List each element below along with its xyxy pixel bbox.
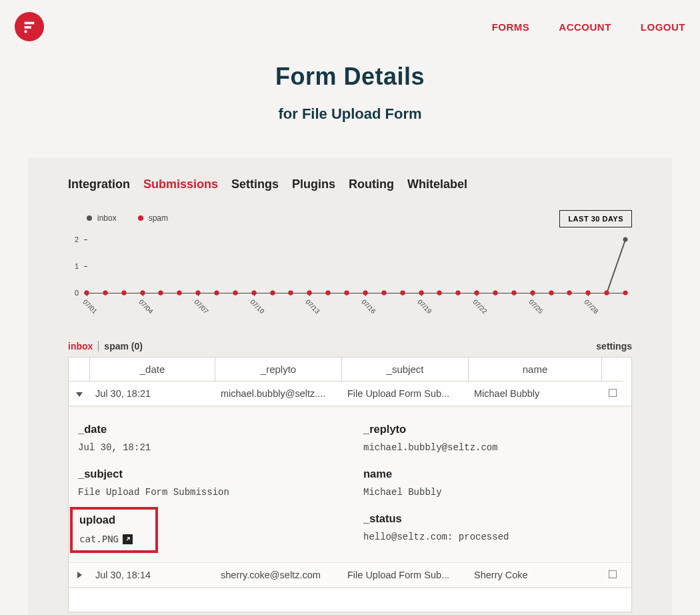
- data-point: [233, 291, 237, 295]
- data-point: [530, 291, 535, 295]
- cell-date: Jul 30, 18:14: [90, 563, 215, 587]
- subtab-inbox[interactable]: inbox: [68, 341, 93, 352]
- row-detail: _date Jul 30, 18:21 _replyto michael.bub…: [69, 406, 631, 563]
- col-select: [602, 358, 623, 382]
- x-tick-label: 07/04: [137, 298, 154, 315]
- data-point: [567, 291, 572, 295]
- tab-plugins[interactable]: Plugins: [292, 177, 335, 191]
- divider: [98, 341, 99, 352]
- cell-subject: File Upload Form Sub...: [342, 563, 469, 587]
- data-point: [475, 291, 479, 295]
- legend-spam: spam: [138, 213, 168, 223]
- data-point: [85, 291, 89, 295]
- chevron-down-icon[interactable]: [76, 392, 83, 397]
- col-date[interactable]: _date: [90, 358, 215, 382]
- tab-settings[interactable]: Settings: [231, 177, 279, 191]
- data-point: [326, 291, 331, 295]
- data-point: [549, 291, 553, 295]
- page-subtitle: for File Upload Form: [0, 105, 700, 123]
- external-link-icon: [123, 534, 133, 544]
- x-tick-label: 07/07: [193, 298, 209, 315]
- detail-upload-label: upload: [79, 514, 149, 526]
- nav-logout[interactable]: LOGOUT: [641, 21, 685, 33]
- data-point: [511, 291, 516, 295]
- table-row[interactable]: Jul 30, 18:14 sherry.coke@seltz.com File…: [69, 563, 631, 588]
- x-tick-label: 07/19: [416, 298, 433, 315]
- date-range-button[interactable]: LAST 30 DAYS: [559, 210, 632, 227]
- detail-subject-value: File Upload Form Submission: [78, 487, 337, 498]
- data-point: [121, 291, 126, 295]
- subtab-spam[interactable]: spam (0): [104, 341, 143, 352]
- detail-subject-label: _subject: [78, 468, 337, 480]
- cell-date: Jul 30, 18:21: [90, 382, 215, 406]
- row-checkbox[interactable]: [609, 570, 617, 578]
- svg-rect-2: [25, 31, 27, 33]
- cell-name: Michael Bubbly: [469, 382, 602, 406]
- nav-account[interactable]: ACCOUNT: [559, 21, 611, 33]
- tab-submissions[interactable]: Submissions: [143, 177, 218, 191]
- tab-routing[interactable]: Routing: [349, 177, 394, 191]
- data-point: [456, 291, 461, 295]
- upload-file-link[interactable]: cat.PNG: [79, 534, 133, 544]
- data-point: [381, 291, 386, 295]
- y-tick-label: 0: [75, 289, 79, 297]
- cell-subject: File Upload Form Sub...: [342, 382, 469, 406]
- submissions-table: _date _replyto _subject name Jul 30, 18:…: [68, 357, 632, 612]
- data-point: [251, 291, 256, 295]
- data-point: [437, 291, 442, 295]
- x-tick-label: 07/22: [471, 298, 488, 315]
- y-tick-label: 2: [75, 235, 79, 243]
- svg-rect-0: [25, 22, 35, 25]
- cell-replyto: michael.bubbly@seltz....: [215, 382, 342, 406]
- chevron-right-icon[interactable]: [77, 572, 82, 578]
- data-point: [623, 291, 628, 295]
- data-point: [103, 291, 107, 295]
- detail-replyto-label: _replyto: [363, 423, 622, 436]
- data-point: [586, 291, 591, 295]
- data-point: [159, 291, 163, 295]
- x-tick-label: 07/01: [81, 298, 98, 315]
- data-point: [215, 291, 219, 295]
- table-row[interactable]: Jul 30, 18:21 michael.bubbly@seltz.... F…: [69, 382, 631, 406]
- col-name[interactable]: name: [469, 358, 602, 382]
- svg-rect-1: [25, 26, 31, 29]
- data-point: [363, 291, 367, 295]
- detail-status-label: _status: [363, 512, 622, 525]
- detail-name-label: name: [363, 468, 622, 480]
- upload-highlight: upload cat.PNG: [70, 507, 158, 553]
- detail-date-value: Jul 30, 18:21: [78, 442, 337, 453]
- submissions-chart: inbox spam LAST 30 DAYS 01207/0107/0407/…: [68, 210, 632, 324]
- legend-inbox: inbox: [87, 213, 117, 223]
- tab-whitelabel[interactable]: Whitelabel: [407, 177, 467, 191]
- data-point: [307, 291, 312, 295]
- data-point: [493, 291, 497, 295]
- submissions-settings-link[interactable]: settings: [596, 341, 632, 352]
- data-point: [270, 291, 275, 295]
- logo[interactable]: [15, 12, 44, 41]
- x-tick-label: 07/16: [360, 298, 377, 315]
- x-tick-label: 07/10: [249, 298, 265, 315]
- x-tick-label: 07/25: [527, 298, 544, 315]
- detail-name-value: Michael Bubbly: [363, 487, 622, 498]
- tab-integration[interactable]: Integration: [68, 177, 130, 191]
- data-point: [400, 291, 405, 295]
- data-point: [605, 291, 609, 295]
- cell-replyto: sherry.coke@seltz.com: [215, 563, 342, 587]
- data-point: [140, 291, 145, 295]
- data-point: [177, 291, 182, 295]
- x-tick-label: 07/28: [583, 298, 599, 315]
- col-subject[interactable]: _subject: [342, 358, 469, 382]
- nav-forms[interactable]: FORMS: [492, 21, 530, 33]
- col-expand: [69, 358, 90, 382]
- detail-replyto-value: michael.bubbly@seltz.com: [363, 442, 622, 453]
- data-point: [419, 291, 423, 295]
- col-replyto[interactable]: _replyto: [215, 358, 342, 382]
- x-tick-label: 07/13: [305, 298, 321, 315]
- row-checkbox[interactable]: [609, 389, 617, 397]
- detail-date-label: _date: [78, 423, 337, 436]
- data-point: [196, 291, 201, 295]
- cell-name: Sherry Coke: [469, 563, 602, 587]
- data-point: [289, 291, 293, 295]
- y-tick-label: 1: [75, 262, 79, 270]
- data-point: [345, 291, 349, 295]
